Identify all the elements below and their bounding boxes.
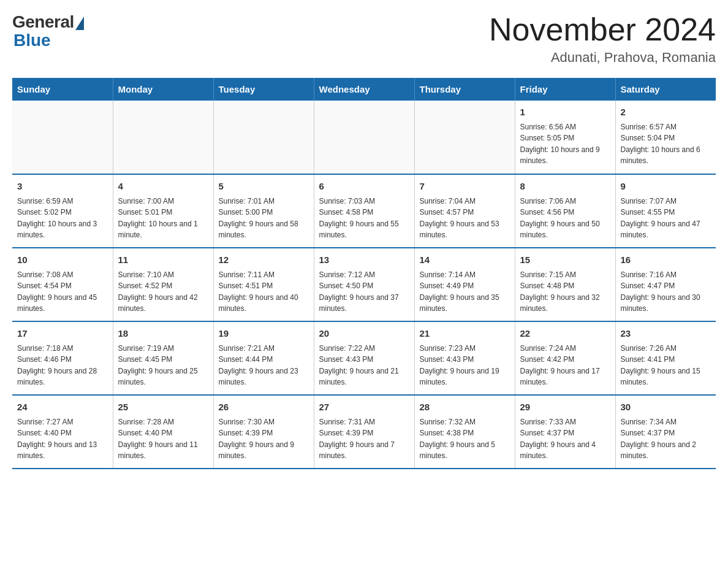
week-row-3: 17Sunrise: 7:18 AMSunset: 4:46 PMDayligh… bbox=[12, 321, 716, 395]
day-number: 3 bbox=[17, 180, 108, 194]
day-info: Sunrise: 7:31 AMSunset: 4:39 PMDaylight:… bbox=[319, 416, 409, 462]
day-info: Sunrise: 7:06 AMSunset: 4:56 PMDaylight:… bbox=[520, 196, 610, 241]
logo-triangle-icon bbox=[75, 17, 84, 30]
day-header-sunday: Sunday bbox=[12, 78, 113, 101]
day-number: 12 bbox=[219, 253, 309, 267]
calendar-cell bbox=[314, 101, 414, 174]
day-info: Sunrise: 7:08 AMSunset: 4:54 PMDaylight:… bbox=[17, 269, 108, 315]
day-info: Sunrise: 7:27 AMSunset: 4:40 PMDaylight:… bbox=[17, 416, 108, 462]
day-number: 14 bbox=[420, 253, 510, 267]
day-header-thursday: Thursday bbox=[414, 78, 515, 101]
header-area: General Blue November 2024 Adunati, Prah… bbox=[12, 12, 716, 66]
day-number: 7 bbox=[420, 180, 510, 194]
calendar-cell bbox=[12, 101, 113, 174]
calendar-cell bbox=[213, 101, 314, 174]
day-info: Sunrise: 7:07 AMSunset: 4:55 PMDaylight:… bbox=[621, 196, 711, 241]
day-number: 26 bbox=[219, 400, 309, 415]
day-info: Sunrise: 6:56 AMSunset: 5:05 PMDaylight:… bbox=[520, 121, 610, 167]
day-number: 9 bbox=[621, 180, 711, 194]
day-number: 5 bbox=[219, 180, 309, 194]
calendar-cell: 6Sunrise: 7:03 AMSunset: 4:58 PMDaylight… bbox=[314, 174, 414, 248]
calendar-cell: 15Sunrise: 7:15 AMSunset: 4:48 PMDayligh… bbox=[515, 248, 615, 321]
calendar-cell: 1Sunrise: 6:56 AMSunset: 5:05 PMDaylight… bbox=[515, 101, 615, 174]
calendar-cell: 9Sunrise: 7:07 AMSunset: 4:55 PMDaylight… bbox=[615, 174, 716, 248]
day-header-monday: Monday bbox=[113, 78, 213, 101]
subtitle: Adunati, Prahova, Romania bbox=[489, 50, 716, 66]
day-number: 21 bbox=[420, 327, 510, 341]
day-number: 24 bbox=[17, 400, 108, 415]
day-number: 28 bbox=[420, 400, 510, 415]
calendar-cell: 18Sunrise: 7:19 AMSunset: 4:45 PMDayligh… bbox=[113, 321, 213, 395]
calendar-cell: 17Sunrise: 7:18 AMSunset: 4:46 PMDayligh… bbox=[12, 321, 113, 395]
calendar-cell: 13Sunrise: 7:12 AMSunset: 4:50 PMDayligh… bbox=[314, 248, 414, 321]
day-info: Sunrise: 7:21 AMSunset: 4:44 PMDaylight:… bbox=[219, 343, 309, 388]
calendar-cell: 24Sunrise: 7:27 AMSunset: 4:40 PMDayligh… bbox=[12, 395, 113, 469]
logo-general-text: General bbox=[12, 12, 74, 32]
calendar-cell: 30Sunrise: 7:34 AMSunset: 4:37 PMDayligh… bbox=[615, 395, 716, 469]
week-row-0: 1Sunrise: 6:56 AMSunset: 5:05 PMDaylight… bbox=[12, 101, 716, 174]
day-info: Sunrise: 7:10 AMSunset: 4:52 PMDaylight:… bbox=[118, 269, 208, 315]
day-number: 23 bbox=[621, 327, 711, 341]
calendar-cell: 4Sunrise: 7:00 AMSunset: 5:01 PMDaylight… bbox=[113, 174, 213, 248]
day-number: 2 bbox=[621, 105, 711, 120]
day-header-friday: Friday bbox=[515, 78, 615, 101]
day-number: 1 bbox=[520, 105, 610, 120]
calendar-cell: 25Sunrise: 7:28 AMSunset: 4:40 PMDayligh… bbox=[113, 395, 213, 469]
day-info: Sunrise: 6:57 AMSunset: 5:04 PMDaylight:… bbox=[621, 121, 711, 167]
day-number: 17 bbox=[17, 327, 108, 341]
day-info: Sunrise: 7:00 AMSunset: 5:01 PMDaylight:… bbox=[118, 196, 208, 241]
day-number: 22 bbox=[520, 327, 610, 341]
day-info: Sunrise: 7:32 AMSunset: 4:38 PMDaylight:… bbox=[420, 416, 510, 462]
day-info: Sunrise: 7:03 AMSunset: 4:58 PMDaylight:… bbox=[319, 196, 409, 241]
day-info: Sunrise: 7:15 AMSunset: 4:48 PMDaylight:… bbox=[520, 269, 610, 315]
day-number: 10 bbox=[17, 253, 108, 267]
week-row-4: 24Sunrise: 7:27 AMSunset: 4:40 PMDayligh… bbox=[12, 395, 716, 469]
day-number: 11 bbox=[118, 253, 208, 267]
day-header-wednesday: Wednesday bbox=[314, 78, 414, 101]
day-number: 30 bbox=[621, 400, 711, 415]
calendar-header: SundayMondayTuesdayWednesdayThursdayFrid… bbox=[12, 78, 716, 101]
day-info: Sunrise: 7:23 AMSunset: 4:43 PMDaylight:… bbox=[420, 343, 510, 388]
day-number: 13 bbox=[319, 253, 409, 267]
calendar-cell: 26Sunrise: 7:30 AMSunset: 4:39 PMDayligh… bbox=[213, 395, 314, 469]
day-header-tuesday: Tuesday bbox=[213, 78, 314, 101]
day-info: Sunrise: 7:01 AMSunset: 5:00 PMDaylight:… bbox=[219, 196, 309, 241]
calendar-cell: 28Sunrise: 7:32 AMSunset: 4:38 PMDayligh… bbox=[414, 395, 515, 469]
calendar-cell: 27Sunrise: 7:31 AMSunset: 4:39 PMDayligh… bbox=[314, 395, 414, 469]
calendar-cell: 19Sunrise: 7:21 AMSunset: 4:44 PMDayligh… bbox=[213, 321, 314, 395]
calendar-cell: 14Sunrise: 7:14 AMSunset: 4:49 PMDayligh… bbox=[414, 248, 515, 321]
calendar-cell: 5Sunrise: 7:01 AMSunset: 5:00 PMDaylight… bbox=[213, 174, 314, 248]
logo: General Blue bbox=[12, 12, 84, 50]
day-number: 29 bbox=[520, 400, 610, 415]
logo-blue-text: Blue bbox=[13, 31, 51, 50]
calendar-cell: 2Sunrise: 6:57 AMSunset: 5:04 PMDaylight… bbox=[615, 101, 716, 174]
day-number: 16 bbox=[621, 253, 711, 267]
day-info: Sunrise: 7:22 AMSunset: 4:43 PMDaylight:… bbox=[319, 343, 409, 388]
page-title: November 2024 bbox=[489, 12, 716, 47]
day-info: Sunrise: 6:59 AMSunset: 5:02 PMDaylight:… bbox=[17, 196, 108, 241]
day-info: Sunrise: 7:30 AMSunset: 4:39 PMDaylight:… bbox=[219, 416, 309, 462]
day-info: Sunrise: 7:12 AMSunset: 4:50 PMDaylight:… bbox=[319, 269, 409, 315]
week-row-2: 10Sunrise: 7:08 AMSunset: 4:54 PMDayligh… bbox=[12, 248, 716, 321]
day-info: Sunrise: 7:11 AMSunset: 4:51 PMDaylight:… bbox=[219, 269, 309, 315]
day-number: 6 bbox=[319, 180, 409, 194]
calendar-cell: 11Sunrise: 7:10 AMSunset: 4:52 PMDayligh… bbox=[113, 248, 213, 321]
day-info: Sunrise: 7:14 AMSunset: 4:49 PMDaylight:… bbox=[420, 269, 510, 315]
day-info: Sunrise: 7:19 AMSunset: 4:45 PMDaylight:… bbox=[118, 343, 208, 388]
day-number: 20 bbox=[319, 327, 409, 341]
day-info: Sunrise: 7:16 AMSunset: 4:47 PMDaylight:… bbox=[621, 269, 711, 315]
day-number: 19 bbox=[219, 327, 309, 341]
calendar-cell: 29Sunrise: 7:33 AMSunset: 4:37 PMDayligh… bbox=[515, 395, 615, 469]
day-info: Sunrise: 7:34 AMSunset: 4:37 PMDaylight:… bbox=[621, 416, 711, 462]
calendar-cell: 16Sunrise: 7:16 AMSunset: 4:47 PMDayligh… bbox=[615, 248, 716, 321]
day-info: Sunrise: 7:04 AMSunset: 4:57 PMDaylight:… bbox=[420, 196, 510, 241]
calendar-body: 1Sunrise: 6:56 AMSunset: 5:05 PMDaylight… bbox=[12, 101, 716, 469]
day-info: Sunrise: 7:24 AMSunset: 4:42 PMDaylight:… bbox=[520, 343, 610, 388]
calendar-cell: 12Sunrise: 7:11 AMSunset: 4:51 PMDayligh… bbox=[213, 248, 314, 321]
day-number: 4 bbox=[118, 180, 208, 194]
days-row: SundayMondayTuesdayWednesdayThursdayFrid… bbox=[12, 78, 716, 101]
day-number: 18 bbox=[118, 327, 208, 341]
day-info: Sunrise: 7:33 AMSunset: 4:37 PMDaylight:… bbox=[520, 416, 610, 462]
calendar-cell: 3Sunrise: 6:59 AMSunset: 5:02 PMDaylight… bbox=[12, 174, 113, 248]
calendar-cell: 7Sunrise: 7:04 AMSunset: 4:57 PMDaylight… bbox=[414, 174, 515, 248]
